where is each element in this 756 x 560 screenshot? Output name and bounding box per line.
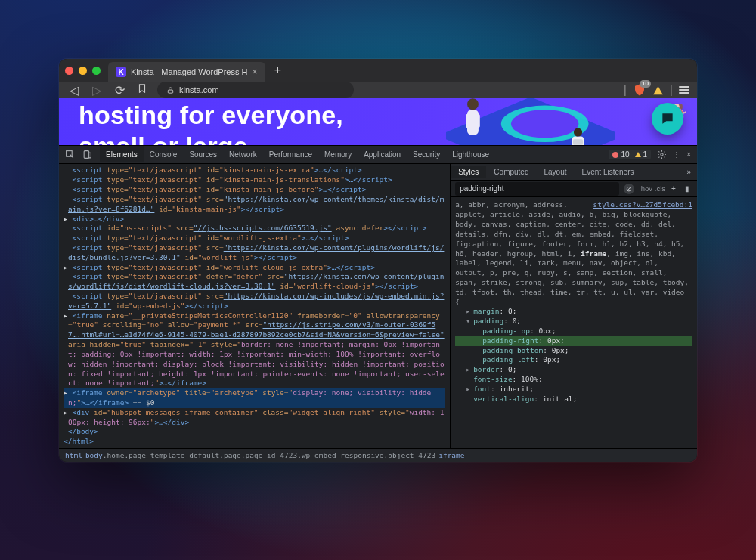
new-tab-button[interactable]: + [270, 62, 287, 79]
tab-close-icon[interactable]: × [252, 67, 257, 77]
hero-illustration [425, 98, 637, 145]
styles-tabs-overflow-icon[interactable]: » [680, 166, 697, 178]
new-style-rule-icon[interactable]: + [668, 184, 679, 193]
chat-icon [660, 111, 675, 126]
forward-button[interactable]: ▷ [89, 83, 104, 97]
shield-count: 10 [640, 80, 651, 88]
tab-title: Kinsta - Managed WordPress H [131, 67, 247, 76]
devtools-tabbar: ElementsConsoleSourcesNetworkPerformance… [59, 146, 697, 164]
window-minimize-button[interactable] [79, 67, 87, 75]
hamburger-menu-icon[interactable] [679, 85, 689, 95]
css-prop-border[interactable]: ▸border: 0; [455, 365, 692, 375]
styles-tab-event-listeners[interactable]: Event Listeners [575, 166, 642, 178]
devtools-close-icon[interactable]: × [686, 150, 691, 159]
css-prop-padding-top[interactable]: padding-top: 0px; [455, 326, 692, 336]
styles-panel: StylesComputedLayoutEvent Listeners» ⊘ :… [451, 164, 697, 448]
devtools-tab-security[interactable]: Security [407, 147, 446, 162]
window-zoom-button[interactable] [92, 67, 101, 75]
elements-line[interactable]: ▸ <iframe name="__privateStripeMetricsCo… [64, 311, 445, 389]
error-count-pill[interactable]: 101 [609, 150, 651, 159]
elements-line[interactable]: </html> [64, 437, 445, 447]
page-viewport: hosting for everyone, small or large Kin… [59, 98, 697, 145]
window-close-button[interactable] [65, 67, 73, 75]
stylesheet-link[interactable]: style.css?v…27d5fcebd:1 [593, 200, 692, 210]
svg-point-6 [467, 98, 479, 110]
elements-line[interactable]: <script type="text/javascript" id="kinst… [64, 185, 445, 195]
devtools-tab-lighthouse[interactable]: Lighthouse [446, 147, 495, 162]
devtools-tab-elements[interactable]: Elements [100, 146, 144, 162]
reload-button[interactable]: ⟳ [112, 83, 127, 97]
elements-line[interactable]: ▸ <div id="hubspot-messages-iframe-conta… [64, 408, 445, 428]
elements-line[interactable]: <script type="text/javascript" src="http… [64, 195, 445, 215]
styles-filter-input[interactable] [455, 182, 619, 196]
svg-point-10 [574, 128, 582, 136]
elements-line[interactable]: <script type="text/javascript" defer="de… [64, 272, 445, 292]
device-toggle-icon[interactable] [82, 150, 92, 159]
css-prop-padding-right[interactable]: padding-right: 0px; [455, 336, 692, 346]
elements-line[interactable]: ▸ <iframe owner="archetype" title="arche… [64, 388, 445, 408]
back-button[interactable]: ◁ [67, 83, 82, 97]
devtools-tab-network[interactable]: Network [223, 147, 263, 162]
pin-icon[interactable]: ▮ [682, 184, 692, 193]
address-bar[interactable]: kinsta.com [157, 82, 354, 98]
css-prop-font-size[interactable]: font-size: 100%; [455, 375, 692, 385]
selectors-list: a, abbr, acronym, address, applet, artic… [455, 200, 689, 305]
devtools-settings-icon[interactable] [657, 150, 667, 159]
shield-icon[interactable]: 10 [633, 83, 646, 97]
css-prop-padding[interactable]: ▾padding: 0; [455, 317, 692, 326]
elements-tree[interactable]: <script type="text/javascript" id="kinst… [59, 164, 451, 448]
elements-line[interactable]: <script id="hs-scripts" src="//js.hs-scr… [64, 224, 445, 234]
clear-filter-icon[interactable]: ⊘ [624, 184, 634, 194]
warning-triangle-icon[interactable] [652, 85, 664, 96]
breadcrumb-seg[interactable]: iframe [438, 451, 464, 459]
toolbar-extensions: | 10 | [624, 83, 689, 97]
address-text: kinsta.com [179, 85, 219, 94]
css-prop-vertical-align[interactable]: vertical-align: initial; [455, 394, 692, 404]
elements-line[interactable]: <script type="text/javascript" id="wordl… [64, 234, 445, 243]
breadcrumb-classes: .home.page-template-default.page.page-id… [103, 451, 435, 459]
tab-favicon: K [116, 67, 126, 77]
elements-line[interactable]: <script type="text/javascript" id="kinst… [64, 166, 445, 175]
svg-rect-0 [168, 90, 172, 93]
css-prop-font[interactable]: ▸font: inherit; [455, 385, 692, 394]
inspect-icon[interactable] [65, 150, 75, 159]
svg-rect-8 [476, 114, 480, 128]
lock-icon [166, 86, 175, 94]
elements-line[interactable]: <script type="text/javascript" id="kinst… [64, 175, 445, 185]
svg-rect-13 [573, 139, 583, 144]
elements-line[interactable]: <script type="text/javascript" src="http… [64, 243, 445, 263]
toolbar: ◁ ▷ ⟳ kinsta.com | 10 | [59, 82, 697, 98]
chat-fab[interactable] [652, 103, 683, 135]
devtools-body: <script type="text/javascript" id="kinst… [59, 164, 697, 448]
devtools-tab-performance[interactable]: Performance [263, 147, 318, 162]
css-prop-padding-bottom[interactable]: padding-bottom: 0px; [455, 346, 692, 356]
svg-rect-7 [466, 114, 470, 128]
devtools-tab-application[interactable]: Application [358, 147, 407, 162]
tab-strip: K Kinsta - Managed WordPress H × + [59, 59, 697, 82]
svg-point-17 [661, 153, 663, 156]
elements-line[interactable]: ▸ <div>…</div> [64, 215, 445, 224]
svg-point-4 [511, 110, 579, 138]
hov-cls-label[interactable]: :hov .cls [639, 184, 665, 193]
styles-tab-styles[interactable]: Styles [451, 166, 486, 178]
styles-tab-layout[interactable]: Layout [537, 166, 575, 178]
elements-line[interactable]: </body> [64, 427, 445, 437]
elements-line[interactable]: ▸ <script type="text/javascript" id="wor… [64, 263, 445, 273]
devtools-tab-sources[interactable]: Sources [183, 147, 223, 162]
devtools-tab-memory[interactable]: Memory [318, 147, 358, 162]
breadcrumb-seg[interactable]: html [65, 451, 82, 459]
styles-tab-computed[interactable]: Computed [486, 166, 536, 178]
breadcrumb-seg[interactable]: body [85, 451, 103, 459]
css-prop-padding-left[interactable]: padding-left: 0px; [455, 355, 692, 365]
styles-filter-row: ⊘ :hov .cls + ▮ [451, 181, 697, 197]
styles-rules[interactable]: style.css?v…27d5fcebd:1 a, abbr, acronym… [451, 197, 697, 448]
elements-breadcrumb[interactable]: html body.home.page-template-default.pag… [59, 448, 697, 462]
styles-tabbar: StylesComputedLayoutEvent Listeners» [451, 164, 697, 181]
warning-count: 1 [643, 150, 648, 159]
elements-line[interactable]: <script type="text/javascript" src="http… [64, 292, 445, 311]
browser-tab[interactable]: K Kinsta - Managed WordPress H × [108, 62, 265, 82]
css-prop-margin[interactable]: ▸margin: 0; [455, 307, 692, 317]
bookmark-icon[interactable] [135, 83, 150, 97]
window-controls [65, 67, 101, 75]
devtools-tab-console[interactable]: Console [144, 147, 184, 162]
